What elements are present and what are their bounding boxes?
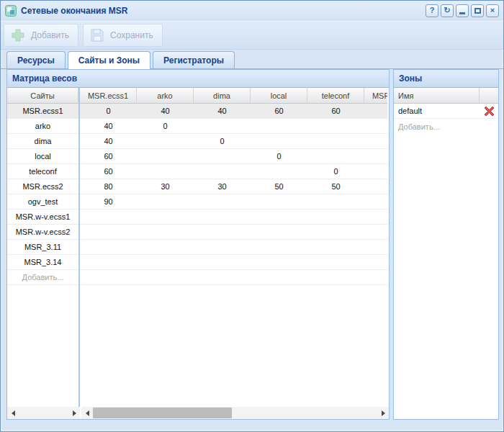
grid-cell[interactable]: [251, 210, 307, 224]
grid-cell[interactable]: [364, 179, 387, 194]
grid-cell[interactable]: [307, 194, 364, 209]
row-label[interactable]: MSR.ecss1: [7, 104, 78, 119]
grid-cell[interactable]: 60: [80, 149, 137, 163]
grid-cell[interactable]: [251, 255, 307, 269]
scroll-thumb[interactable]: [93, 408, 232, 418]
grid-cell[interactable]: [80, 255, 137, 269]
table-row[interactable]: [80, 255, 387, 270]
grid-cell[interactable]: 30: [137, 179, 194, 194]
zone-row[interactable]: default: [394, 104, 498, 119]
grid-cell[interactable]: [307, 255, 364, 269]
scroll-left-arrow[interactable]: [81, 407, 93, 419]
grid-cell[interactable]: 60: [80, 164, 137, 179]
column-header[interactable]: arko: [137, 88, 194, 104]
grid-cell[interactable]: [80, 210, 137, 224]
grid-cell[interactable]: 0: [307, 164, 364, 179]
grid-cell[interactable]: [194, 240, 251, 254]
grid-cell[interactable]: 50: [307, 179, 364, 194]
row-label[interactable]: dima: [7, 134, 78, 149]
row-label[interactable]: local: [7, 149, 78, 164]
grid-cell[interactable]: 90: [80, 194, 137, 209]
grid-cell[interactable]: [194, 164, 251, 179]
data-scrollbar[interactable]: [81, 407, 389, 419]
refresh-button[interactable]: ↻: [441, 4, 454, 17]
grid-cell[interactable]: [251, 134, 307, 148]
add-button[interactable]: Добавить: [4, 24, 78, 47]
grid-cell[interactable]: [251, 240, 307, 254]
table-row[interactable]: 8030305050: [80, 179, 387, 194]
tab-registrars[interactable]: Регистраторы: [153, 51, 235, 68]
save-button[interactable]: Сохранить: [83, 24, 163, 47]
grid-cell[interactable]: [364, 240, 387, 254]
grid-cell[interactable]: [364, 119, 387, 133]
grid-cell[interactable]: [251, 225, 307, 239]
scroll-right-arrow[interactable]: [68, 407, 80, 419]
grid-cell[interactable]: [194, 194, 251, 209]
table-row[interactable]: 90: [80, 194, 387, 210]
tab-resources[interactable]: Ресурсы: [6, 51, 66, 68]
grid-cell[interactable]: [307, 149, 364, 163]
grid-cell[interactable]: 40: [80, 119, 137, 133]
table-row[interactable]: 600: [80, 164, 387, 179]
close-button[interactable]: ×: [486, 4, 499, 17]
grid-cell[interactable]: [307, 134, 364, 148]
table-row[interactable]: 400: [80, 134, 387, 149]
grid-cell[interactable]: [364, 149, 387, 163]
scroll-left-arrow[interactable]: [7, 407, 19, 419]
grid-cell[interactable]: 0: [251, 149, 307, 163]
grid-cell[interactable]: 0: [194, 134, 251, 148]
column-header[interactable]: MSR.ecss1: [80, 88, 137, 104]
table-row[interactable]: [80, 225, 387, 240]
sites-column-header[interactable]: Сайты: [7, 88, 78, 104]
row-label[interactable]: arko: [7, 119, 78, 134]
grid-cell[interactable]: [80, 240, 137, 254]
grid-cell[interactable]: [194, 225, 251, 239]
grid-cell[interactable]: [251, 119, 307, 133]
minimize-button[interactable]: [456, 4, 469, 17]
grid-cell[interactable]: 40: [194, 104, 251, 118]
grid-cell[interactable]: 60: [307, 104, 364, 118]
row-label[interactable]: ogv_test: [7, 194, 78, 210]
grid-cell[interactable]: [307, 225, 364, 239]
grid-cell[interactable]: [307, 240, 364, 254]
grid-cell[interactable]: [137, 225, 194, 239]
grid-cell[interactable]: [137, 134, 194, 148]
delete-zone-button[interactable]: [480, 106, 498, 117]
row-label[interactable]: MSR_3.11: [7, 240, 78, 255]
grid-cell[interactable]: [364, 225, 387, 239]
grid-cell[interactable]: [251, 164, 307, 179]
row-label[interactable]: MSR.ecss2: [7, 179, 78, 194]
grid-cell[interactable]: [251, 194, 307, 209]
tab-sites-zones[interactable]: Сайты и Зоны: [68, 51, 150, 69]
grid-cell[interactable]: [194, 119, 251, 133]
grid-cell[interactable]: [364, 194, 387, 209]
row-label[interactable]: teleconf: [7, 164, 78, 179]
grid-cell[interactable]: [137, 164, 194, 179]
column-header[interactable]: local: [251, 88, 307, 104]
grid-cell[interactable]: [137, 194, 194, 209]
scroll-right-arrow[interactable]: [377, 407, 389, 419]
row-label[interactable]: MSR.w-v.ecss2: [7, 225, 78, 240]
matrix-add-row[interactable]: Добавить...: [7, 270, 78, 285]
grid-cell[interactable]: [364, 134, 387, 148]
grid-cell[interactable]: 40: [137, 104, 194, 118]
table-row[interactable]: 400: [80, 119, 387, 134]
row-label[interactable]: MSR_3.14: [7, 255, 78, 270]
zone-name-column-header[interactable]: Имя: [394, 88, 480, 104]
maximize-button[interactable]: [471, 4, 484, 17]
table-row[interactable]: [80, 240, 387, 255]
grid-cell[interactable]: 50: [251, 179, 307, 194]
help-button[interactable]: ?: [426, 4, 438, 17]
grid-cell[interactable]: [307, 119, 364, 133]
table-row[interactable]: 040406060: [80, 104, 387, 119]
column-header[interactable]: dima: [194, 88, 251, 104]
grid-cell[interactable]: [364, 255, 387, 269]
table-row[interactable]: [80, 210, 387, 225]
grid-cell[interactable]: 30: [194, 179, 251, 194]
grid-cell[interactable]: [364, 210, 387, 224]
table-row[interactable]: 600: [80, 149, 387, 164]
grid-cell[interactable]: 0: [137, 119, 194, 133]
grid-cell[interactable]: 80: [80, 179, 137, 194]
grid-cell[interactable]: [137, 255, 194, 269]
grid-cell[interactable]: 40: [80, 134, 137, 148]
